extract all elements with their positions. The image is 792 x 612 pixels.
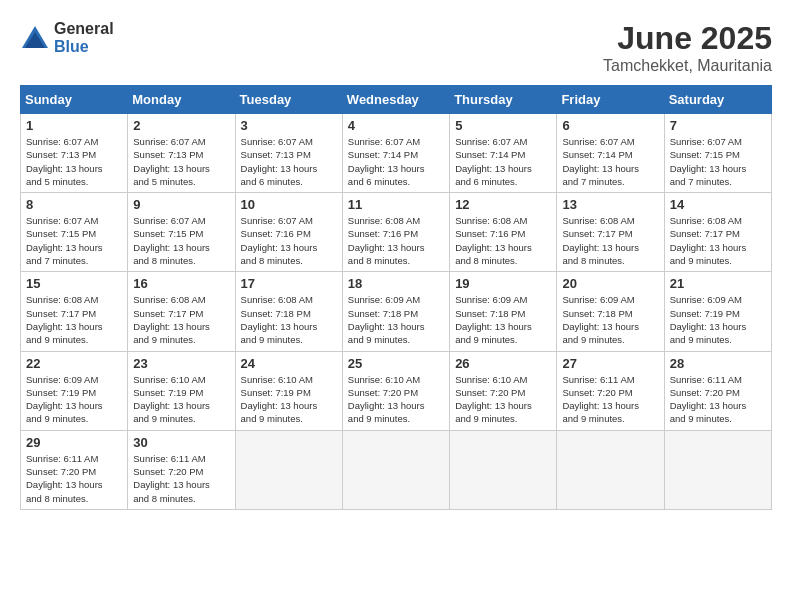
logo-icon [20, 24, 50, 52]
day-detail: Sunrise: 6:08 AM Sunset: 7:17 PM Dayligh… [133, 293, 229, 346]
table-row: 10Sunrise: 6:07 AM Sunset: 7:16 PM Dayli… [235, 193, 342, 272]
table-row: 7Sunrise: 6:07 AM Sunset: 7:15 PM Daylig… [664, 114, 771, 193]
day-detail: Sunrise: 6:07 AM Sunset: 7:14 PM Dayligh… [455, 135, 551, 188]
day-detail: Sunrise: 6:07 AM Sunset: 7:14 PM Dayligh… [562, 135, 658, 188]
day-number: 30 [133, 435, 229, 450]
day-detail: Sunrise: 6:07 AM Sunset: 7:15 PM Dayligh… [133, 214, 229, 267]
day-detail: Sunrise: 6:07 AM Sunset: 7:15 PM Dayligh… [26, 214, 122, 267]
day-number: 10 [241, 197, 337, 212]
header-thursday: Thursday [450, 86, 557, 114]
day-number: 14 [670, 197, 766, 212]
table-row: 8Sunrise: 6:07 AM Sunset: 7:15 PM Daylig… [21, 193, 128, 272]
table-row: 5Sunrise: 6:07 AM Sunset: 7:14 PM Daylig… [450, 114, 557, 193]
day-detail: Sunrise: 6:08 AM Sunset: 7:16 PM Dayligh… [455, 214, 551, 267]
day-number: 23 [133, 356, 229, 371]
day-detail: Sunrise: 6:08 AM Sunset: 7:18 PM Dayligh… [241, 293, 337, 346]
day-detail: Sunrise: 6:11 AM Sunset: 7:20 PM Dayligh… [562, 373, 658, 426]
logo-blue: Blue [54, 38, 89, 55]
table-row [664, 430, 771, 509]
table-row: 30Sunrise: 6:11 AM Sunset: 7:20 PM Dayli… [128, 430, 235, 509]
day-number: 24 [241, 356, 337, 371]
day-number: 2 [133, 118, 229, 133]
table-row: 11Sunrise: 6:08 AM Sunset: 7:16 PM Dayli… [342, 193, 449, 272]
day-number: 12 [455, 197, 551, 212]
table-row [235, 430, 342, 509]
table-row: 29Sunrise: 6:11 AM Sunset: 7:20 PM Dayli… [21, 430, 128, 509]
calendar-title: June 2025 [603, 20, 772, 57]
header-wednesday: Wednesday [342, 86, 449, 114]
day-number: 25 [348, 356, 444, 371]
day-number: 1 [26, 118, 122, 133]
day-number: 6 [562, 118, 658, 133]
day-detail: Sunrise: 6:10 AM Sunset: 7:20 PM Dayligh… [455, 373, 551, 426]
table-row [557, 430, 664, 509]
table-row [450, 430, 557, 509]
day-number: 5 [455, 118, 551, 133]
table-row: 19Sunrise: 6:09 AM Sunset: 7:18 PM Dayli… [450, 272, 557, 351]
table-row: 9Sunrise: 6:07 AM Sunset: 7:15 PM Daylig… [128, 193, 235, 272]
table-row: 14Sunrise: 6:08 AM Sunset: 7:17 PM Dayli… [664, 193, 771, 272]
table-row: 2Sunrise: 6:07 AM Sunset: 7:13 PM Daylig… [128, 114, 235, 193]
day-detail: Sunrise: 6:11 AM Sunset: 7:20 PM Dayligh… [26, 452, 122, 505]
day-number: 16 [133, 276, 229, 291]
day-number: 15 [26, 276, 122, 291]
calendar-row: 29Sunrise: 6:11 AM Sunset: 7:20 PM Dayli… [21, 430, 772, 509]
day-detail: Sunrise: 6:07 AM Sunset: 7:13 PM Dayligh… [133, 135, 229, 188]
table-row: 21Sunrise: 6:09 AM Sunset: 7:19 PM Dayli… [664, 272, 771, 351]
table-row: 17Sunrise: 6:08 AM Sunset: 7:18 PM Dayli… [235, 272, 342, 351]
day-detail: Sunrise: 6:09 AM Sunset: 7:18 PM Dayligh… [562, 293, 658, 346]
day-detail: Sunrise: 6:08 AM Sunset: 7:17 PM Dayligh… [562, 214, 658, 267]
table-row: 15Sunrise: 6:08 AM Sunset: 7:17 PM Dayli… [21, 272, 128, 351]
day-number: 3 [241, 118, 337, 133]
day-number: 17 [241, 276, 337, 291]
day-detail: Sunrise: 6:09 AM Sunset: 7:18 PM Dayligh… [455, 293, 551, 346]
table-row: 24Sunrise: 6:10 AM Sunset: 7:19 PM Dayli… [235, 351, 342, 430]
table-row: 16Sunrise: 6:08 AM Sunset: 7:17 PM Dayli… [128, 272, 235, 351]
day-number: 29 [26, 435, 122, 450]
day-detail: Sunrise: 6:09 AM Sunset: 7:19 PM Dayligh… [26, 373, 122, 426]
calendar-row: 8Sunrise: 6:07 AM Sunset: 7:15 PM Daylig… [21, 193, 772, 272]
day-number: 7 [670, 118, 766, 133]
header-sunday: Sunday [21, 86, 128, 114]
table-row: 23Sunrise: 6:10 AM Sunset: 7:19 PM Dayli… [128, 351, 235, 430]
table-row: 25Sunrise: 6:10 AM Sunset: 7:20 PM Dayli… [342, 351, 449, 430]
day-detail: Sunrise: 6:07 AM Sunset: 7:15 PM Dayligh… [670, 135, 766, 188]
table-row: 18Sunrise: 6:09 AM Sunset: 7:18 PM Dayli… [342, 272, 449, 351]
table-row [342, 430, 449, 509]
day-number: 20 [562, 276, 658, 291]
logo-general: General [54, 20, 114, 37]
calendar-subtitle: Tamchekket, Mauritania [603, 57, 772, 75]
day-detail: Sunrise: 6:09 AM Sunset: 7:19 PM Dayligh… [670, 293, 766, 346]
day-number: 27 [562, 356, 658, 371]
calendar-row: 1Sunrise: 6:07 AM Sunset: 7:13 PM Daylig… [21, 114, 772, 193]
day-number: 28 [670, 356, 766, 371]
header-friday: Friday [557, 86, 664, 114]
day-detail: Sunrise: 6:10 AM Sunset: 7:19 PM Dayligh… [133, 373, 229, 426]
header-saturday: Saturday [664, 86, 771, 114]
table-row: 12Sunrise: 6:08 AM Sunset: 7:16 PM Dayli… [450, 193, 557, 272]
calendar-table: Sunday Monday Tuesday Wednesday Thursday… [20, 85, 772, 510]
day-number: 9 [133, 197, 229, 212]
day-number: 21 [670, 276, 766, 291]
title-area: June 2025 Tamchekket, Mauritania [603, 20, 772, 75]
header-row: Sunday Monday Tuesday Wednesday Thursday… [21, 86, 772, 114]
calendar-row: 15Sunrise: 6:08 AM Sunset: 7:17 PM Dayli… [21, 272, 772, 351]
day-detail: Sunrise: 6:08 AM Sunset: 7:16 PM Dayligh… [348, 214, 444, 267]
day-detail: Sunrise: 6:10 AM Sunset: 7:20 PM Dayligh… [348, 373, 444, 426]
day-detail: Sunrise: 6:11 AM Sunset: 7:20 PM Dayligh… [133, 452, 229, 505]
day-detail: Sunrise: 6:08 AM Sunset: 7:17 PM Dayligh… [670, 214, 766, 267]
table-row: 6Sunrise: 6:07 AM Sunset: 7:14 PM Daylig… [557, 114, 664, 193]
table-row: 22Sunrise: 6:09 AM Sunset: 7:19 PM Dayli… [21, 351, 128, 430]
day-detail: Sunrise: 6:07 AM Sunset: 7:13 PM Dayligh… [241, 135, 337, 188]
table-row: 28Sunrise: 6:11 AM Sunset: 7:20 PM Dayli… [664, 351, 771, 430]
header-monday: Monday [128, 86, 235, 114]
day-number: 11 [348, 197, 444, 212]
day-detail: Sunrise: 6:11 AM Sunset: 7:20 PM Dayligh… [670, 373, 766, 426]
day-number: 26 [455, 356, 551, 371]
day-detail: Sunrise: 6:08 AM Sunset: 7:17 PM Dayligh… [26, 293, 122, 346]
table-row: 27Sunrise: 6:11 AM Sunset: 7:20 PM Dayli… [557, 351, 664, 430]
page-header: General Blue June 2025 Tamchekket, Mauri… [20, 20, 772, 75]
day-detail: Sunrise: 6:07 AM Sunset: 7:13 PM Dayligh… [26, 135, 122, 188]
table-row: 13Sunrise: 6:08 AM Sunset: 7:17 PM Dayli… [557, 193, 664, 272]
calendar-row: 22Sunrise: 6:09 AM Sunset: 7:19 PM Dayli… [21, 351, 772, 430]
